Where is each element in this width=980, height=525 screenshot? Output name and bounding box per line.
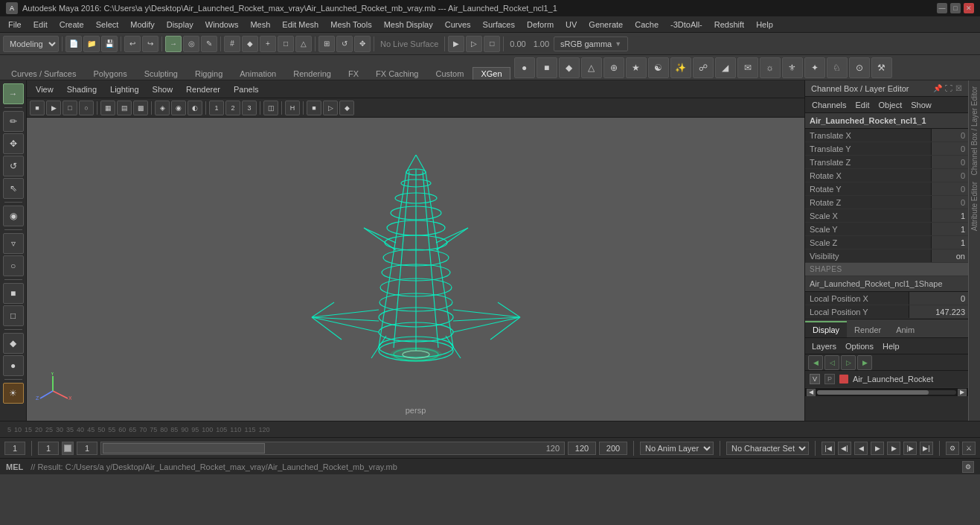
render-button[interactable]: ▶ xyxy=(448,36,464,52)
shelf-icon-7[interactable]: ☯ xyxy=(648,57,669,78)
vp-grid-btn[interactable]: ◫ xyxy=(263,101,278,115)
ch-name-translatex[interactable]: Translate X xyxy=(805,129,931,141)
shelf-icon-9[interactable]: ☍ xyxy=(693,57,714,78)
channel-box-pin-icon[interactable]: 📌 xyxy=(933,84,942,92)
viewport-menu-shading[interactable]: Shading xyxy=(64,83,100,95)
vp-camera-btn[interactable]: ▶ xyxy=(46,101,61,115)
move-tool[interactable]: ✥ xyxy=(3,133,24,154)
shelf-icon-13[interactable]: ⚜ xyxy=(782,57,803,78)
shelf-icon-8[interactable]: ✨ xyxy=(670,57,691,78)
menu-uv[interactable]: UV xyxy=(560,19,582,31)
play-button[interactable]: ▶ xyxy=(871,442,884,455)
layers-menu-layers[interactable]: Layers xyxy=(808,340,840,352)
shelf-icon-14[interactable]: ✦ xyxy=(804,57,825,78)
shelf-tab-fx[interactable]: FX xyxy=(340,67,367,80)
layer-next-icon[interactable]: ▷ xyxy=(841,355,856,370)
vp-hud-btn[interactable]: H xyxy=(285,101,300,115)
shelf-tab-animation[interactable]: Animation xyxy=(231,67,284,80)
viewport-menu-renderer[interactable]: Renderer xyxy=(183,83,223,95)
max-frame-input[interactable] xyxy=(599,442,627,455)
layer-prev2-icon[interactable]: ◁ xyxy=(824,355,839,370)
scroll-track[interactable] xyxy=(817,390,956,395)
layer-next2-icon[interactable]: ▶ xyxy=(857,355,872,370)
shelf-tab-polygons[interactable]: Polygons xyxy=(85,67,135,80)
menu-help[interactable]: Help xyxy=(751,19,778,31)
new-scene-button[interactable]: 📄 xyxy=(65,36,82,52)
menu-select[interactable]: Select xyxy=(91,19,124,31)
mode-dropdown[interactable]: Modeling xyxy=(3,36,59,52)
vp-wireframe-btn[interactable]: ▦ xyxy=(100,101,115,115)
snap-view-button[interactable]: □ xyxy=(278,36,294,52)
shelf-icon-12[interactable]: ☼ xyxy=(760,57,781,78)
channel-box-resize-icon[interactable]: ⛶ xyxy=(945,84,952,92)
vp-smooth1-btn[interactable]: 1 xyxy=(209,101,224,115)
vp-focus-btn[interactable]: ○ xyxy=(79,101,94,115)
attribute-editor-tab[interactable]: Channel Box / Layer Editor Attribute Edi… xyxy=(968,80,980,421)
menu-file[interactable]: File xyxy=(3,19,27,31)
paint-tool[interactable]: ✏ xyxy=(3,111,24,132)
next-key-button[interactable]: |▶ xyxy=(903,442,917,455)
anim-layer-dropdown[interactable]: No Anim Layer xyxy=(640,442,714,455)
ch-val-rotatey[interactable]: 0 xyxy=(931,182,968,195)
channel-menu-object[interactable]: Object xyxy=(874,99,906,111)
rotate-tool-button[interactable]: ↺ xyxy=(336,36,353,52)
lasso-button[interactable]: ◎ xyxy=(183,36,199,52)
vp-lighting1-btn[interactable]: ◈ xyxy=(155,101,170,115)
step-fwd-button[interactable]: ▶ xyxy=(887,442,900,455)
menu-redshift[interactable]: Redshift xyxy=(709,19,749,31)
maximize-button[interactable]: □ xyxy=(950,3,961,13)
outline-tool[interactable]: □ xyxy=(3,305,24,326)
ch-name-rotatey[interactable]: Rotate Y xyxy=(805,182,931,195)
menu-modify[interactable]: Modify xyxy=(125,19,159,31)
shelf-icon-16[interactable]: ⊙ xyxy=(849,57,870,78)
channel-box-close-icon[interactable]: ☒ xyxy=(955,84,962,92)
layer-vis-toggle[interactable]: V xyxy=(810,374,820,384)
shelf-tab-rendering[interactable]: Rendering xyxy=(285,67,339,80)
shelf-tab-xgen[interactable]: XGen xyxy=(473,67,510,80)
vp-texture-btn[interactable]: ▩ xyxy=(133,101,148,115)
ch-val-scaley[interactable]: 1 xyxy=(931,223,968,235)
snap-live-button[interactable]: △ xyxy=(295,36,312,52)
scale-tool[interactable]: ⇖ xyxy=(3,178,24,199)
snap-point-button[interactable]: + xyxy=(260,36,276,52)
layer-ref-toggle[interactable]: P xyxy=(824,374,835,384)
menu-meshdisplay[interactable]: Mesh Display xyxy=(379,19,438,31)
shelf-tab-fxcaching[interactable]: FX Caching xyxy=(368,67,426,80)
ch-name-translatey[interactable]: Translate Y xyxy=(805,142,931,155)
menu-windows[interactable]: Windows xyxy=(200,19,244,31)
shelf-icon-17[interactable]: ⚒ xyxy=(871,57,892,78)
menu-3dtoll[interactable]: -3DtoAll- xyxy=(665,19,708,31)
viewport-menu-panels[interactable]: Panels xyxy=(231,83,262,95)
menu-meshtools[interactable]: Mesh Tools xyxy=(325,19,377,31)
current-frame-input1[interactable] xyxy=(4,442,25,455)
local-pos-x-name[interactable]: Local Position X xyxy=(805,292,909,305)
settings-button[interactable]: ⚙ xyxy=(946,442,959,455)
shelf-icon-15[interactable]: ♘ xyxy=(827,57,848,78)
ch-val-translatez[interactable]: 0 xyxy=(931,156,968,168)
vp-shaded-btn[interactable]: ▤ xyxy=(117,101,132,115)
paint-select-button[interactable]: ✎ xyxy=(201,36,217,52)
ch-val-scalez[interactable]: 1 xyxy=(931,236,968,249)
ch-val-rotatez[interactable]: 0 xyxy=(931,196,968,209)
ch-val-scalex[interactable]: 1 xyxy=(931,209,968,222)
snap-grid-button[interactable]: # xyxy=(224,36,240,52)
attribute-editor-tab-label[interactable]: Attribute Editor xyxy=(969,179,980,234)
vp-select-btn[interactable]: ■ xyxy=(30,101,45,115)
gamma-selector[interactable]: sRGB gamma ▼ xyxy=(554,36,628,51)
vp-lighting2-btn[interactable]: ◉ xyxy=(171,101,186,115)
channel-menu-show[interactable]: Show xyxy=(907,99,935,111)
local-pos-y-value[interactable]: 147.223 xyxy=(909,305,968,318)
display-layers-tool[interactable]: ■ xyxy=(3,283,24,304)
scale-tool-button[interactable]: ✥ xyxy=(354,36,371,52)
vp-smooth3-btn[interactable]: 3 xyxy=(242,101,257,115)
prev-key-button[interactable]: ◀| xyxy=(838,442,851,455)
redo-button[interactable]: ↪ xyxy=(142,36,158,52)
channel-menu-channels[interactable]: Channels xyxy=(808,99,850,111)
shelf-tab-rigging[interactable]: Rigging xyxy=(187,67,231,80)
shelf-icon-2[interactable]: ■ xyxy=(537,57,557,78)
viewport-canvas[interactable]: persp X Y Z xyxy=(27,118,804,421)
local-pos-y-name[interactable]: Local Position Y xyxy=(805,305,909,318)
display-tab-anim[interactable]: Anim xyxy=(888,322,922,337)
timeline-range-track[interactable]: 120 xyxy=(100,442,565,455)
soft-select-tool[interactable]: ◉ xyxy=(3,206,24,226)
